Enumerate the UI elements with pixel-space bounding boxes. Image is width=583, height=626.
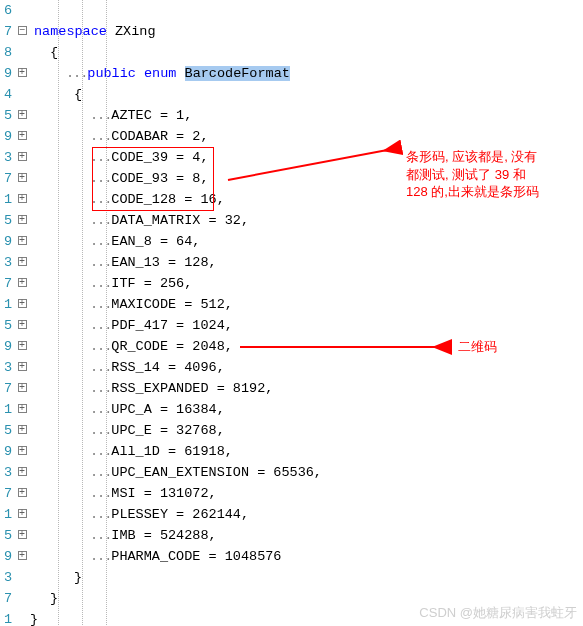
line-number: 3 [0, 462, 12, 483]
namespace-decl[interactable]: namespace ZXing [30, 21, 583, 42]
fold-collapse-icon[interactable] [14, 21, 30, 42]
fold-guide [14, 588, 30, 609]
fold-expand-icon[interactable] [14, 294, 30, 315]
fold-expand-icon[interactable] [14, 336, 30, 357]
line-number: 1 [0, 189, 12, 210]
line-number: 7 [0, 483, 12, 504]
enum-member[interactable]: ...UPC_E = 32768, [30, 420, 583, 441]
fold-expand-icon[interactable] [14, 189, 30, 210]
line-number: 3 [0, 252, 12, 273]
line-number: 3 [0, 357, 12, 378]
enum-member[interactable]: ...PHARMA_CODE = 1048576 [30, 546, 583, 567]
line-number: 7 [0, 21, 12, 42]
fold-expand-icon[interactable] [14, 504, 30, 525]
enum-member[interactable]: ...CODE_93 = 8, [30, 168, 583, 189]
fold-expand-icon[interactable] [14, 231, 30, 252]
fold-expand-icon[interactable] [14, 357, 30, 378]
fold-expand-icon[interactable] [14, 420, 30, 441]
enum-member[interactable]: ...ITF = 256, [30, 273, 583, 294]
inner-brace-open[interactable]: { [30, 84, 583, 105]
code-column[interactable]: namespace ZXing{...public enum BarcodeFo… [30, 0, 583, 626]
fold-expand-icon[interactable] [14, 210, 30, 231]
enum-member[interactable]: ...EAN_13 = 128, [30, 252, 583, 273]
fold-expand-icon[interactable] [14, 546, 30, 567]
line-number: 5 [0, 420, 12, 441]
line-number: 9 [0, 336, 12, 357]
line-number: 7 [0, 168, 12, 189]
fold-expand-icon[interactable] [14, 63, 30, 84]
enum-member[interactable]: ...AZTEC = 1, [30, 105, 583, 126]
fold-guide [14, 42, 30, 63]
enum-member[interactable]: ...RSS_EXPANDED = 8192, [30, 378, 583, 399]
line-number: 7 [0, 378, 12, 399]
line-number: 7 [0, 588, 12, 609]
fold-expand-icon[interactable] [14, 399, 30, 420]
line-number: 5 [0, 105, 12, 126]
enum-member[interactable]: ...QR_CODE = 2048, [30, 336, 583, 357]
enum-member[interactable]: ...PLESSEY = 262144, [30, 504, 583, 525]
line-number: 9 [0, 63, 12, 84]
fold-expand-icon[interactable] [14, 273, 30, 294]
fold-expand-icon[interactable] [14, 483, 30, 504]
line-number: 3 [0, 147, 12, 168]
fold-expand-icon[interactable] [14, 525, 30, 546]
fold-expand-icon[interactable] [14, 441, 30, 462]
line-number: 4 [0, 84, 12, 105]
fold-expand-icon[interactable] [14, 105, 30, 126]
enum-member[interactable]: ...DATA_MATRIX = 32, [30, 210, 583, 231]
enum-member[interactable]: ...IMB = 524288, [30, 525, 583, 546]
fold-guide [14, 609, 30, 626]
fold-expand-icon[interactable] [14, 315, 30, 336]
fold-gutter[interactable] [14, 0, 30, 626]
enum-member[interactable]: ...RSS_14 = 4096, [30, 357, 583, 378]
line-number-gutter: 6789459371593715937159371593716 [0, 0, 14, 626]
watermark: CSDN @她糖尿病害我蛀牙 [419, 604, 577, 622]
enum-member[interactable]: ...MSI = 131072, [30, 483, 583, 504]
code-line-blank[interactable] [30, 0, 583, 21]
fold-guide [14, 567, 30, 588]
enum-member[interactable]: ...CODE_39 = 4, [30, 147, 583, 168]
line-number: 9 [0, 231, 12, 252]
code-editor[interactable]: 6789459371593715937159371593716 namespac… [0, 0, 583, 626]
enum-member[interactable]: ...MAXICODE = 512, [30, 294, 583, 315]
line-number: 5 [0, 315, 12, 336]
enum-member[interactable]: ...PDF_417 = 1024, [30, 315, 583, 336]
fold-expand-icon[interactable] [14, 126, 30, 147]
enum-member[interactable]: ...UPC_EAN_EXTENSION = 65536, [30, 462, 583, 483]
line-number: 3 [0, 567, 12, 588]
fold-guide [14, 0, 30, 21]
fold-expand-icon[interactable] [14, 378, 30, 399]
line-number: 5 [0, 525, 12, 546]
line-number: 9 [0, 441, 12, 462]
fold-expand-icon[interactable] [14, 168, 30, 189]
enum-member[interactable]: ...All_1D = 61918, [30, 441, 583, 462]
enum-member[interactable]: ...CODABAR = 2, [30, 126, 583, 147]
enum-member[interactable]: ...EAN_8 = 64, [30, 231, 583, 252]
line-number: 9 [0, 546, 12, 567]
line-number: 9 [0, 126, 12, 147]
fold-guide [14, 84, 30, 105]
line-number: 6 [0, 0, 12, 21]
fold-expand-icon[interactable] [14, 252, 30, 273]
enum-member[interactable]: ...UPC_A = 16384, [30, 399, 583, 420]
enum-decl[interactable]: ...public enum BarcodeFormat [30, 63, 583, 84]
line-number: 7 [0, 273, 12, 294]
fold-expand-icon[interactable] [14, 462, 30, 483]
line-number: 8 [0, 42, 12, 63]
line-number: 1 [0, 609, 12, 626]
line-number: 5 [0, 210, 12, 231]
brace-open[interactable]: { [30, 42, 583, 63]
line-number: 1 [0, 504, 12, 525]
enum-member[interactable]: ...CODE_128 = 16, [30, 189, 583, 210]
line-number: 1 [0, 294, 12, 315]
line-number: 1 [0, 399, 12, 420]
fold-expand-icon[interactable] [14, 147, 30, 168]
inner-brace-close[interactable]: } [30, 567, 583, 588]
